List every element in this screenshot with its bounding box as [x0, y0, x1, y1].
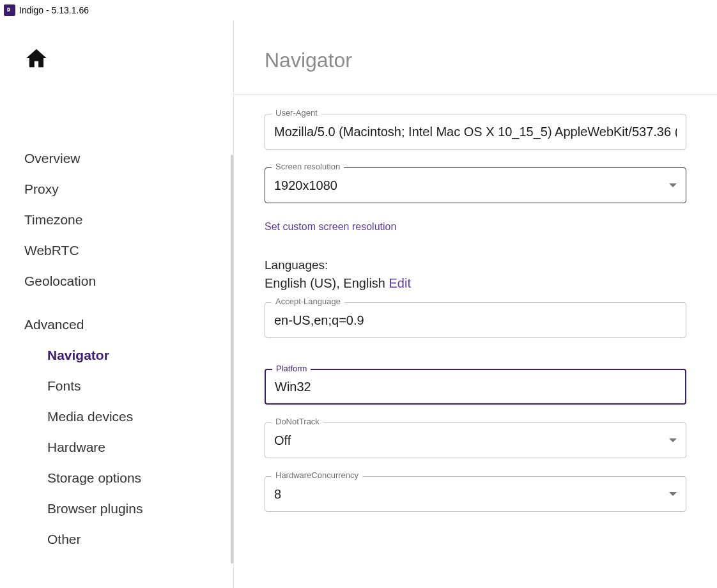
accept-language-field: Accept-Language	[265, 302, 686, 338]
user-agent-field: User-Agent	[265, 114, 686, 150]
sidebar-item-timezone[interactable]: Timezone	[24, 205, 233, 235]
sidebar-item-fonts[interactable]: Fonts	[47, 371, 233, 401]
chevron-down-icon	[669, 183, 677, 187]
hardware-concurrency-select[interactable]: 8	[274, 487, 677, 502]
sidebar-item-webrtc[interactable]: WebRTC	[24, 235, 233, 266]
sidebar-item-browser-plugins[interactable]: Browser plugins	[47, 493, 233, 524]
do-not-track-select[interactable]: Off	[274, 433, 677, 448]
sidebar-advanced-sub: Navigator Fonts Media devices Hardware S…	[24, 340, 233, 555]
platform-label: Platform	[272, 364, 311, 373]
do-not-track-value: Off	[274, 433, 291, 448]
languages-value: English (US), English	[265, 276, 385, 290]
sidebar-item-navigator[interactable]: Navigator	[47, 340, 233, 371]
main-panel: Navigator User-Agent Screen resolution 1…	[233, 20, 717, 588]
sidebar-item-overview[interactable]: Overview	[24, 143, 233, 174]
window-titlebar: Indigo - 5.13.1.66	[0, 0, 717, 20]
hardware-concurrency-value: 8	[274, 487, 281, 502]
languages-block: Languages: English (US), English Edit	[265, 258, 686, 291]
chevron-down-icon	[669, 438, 677, 442]
sidebar-spacer	[24, 297, 233, 309]
screen-resolution-field: Screen resolution 1920x1080	[265, 167, 686, 203]
sidebar-item-advanced[interactable]: Advanced	[24, 309, 233, 340]
set-custom-resolution-link[interactable]: Set custom screen resolution	[265, 221, 396, 233]
screen-resolution-value: 1920x1080	[274, 178, 337, 193]
sidebar-item-media-devices[interactable]: Media devices	[47, 401, 233, 432]
languages-edit-link[interactable]: Edit	[389, 276, 411, 290]
screen-resolution-select[interactable]: 1920x1080	[274, 178, 677, 193]
sidebar-item-other[interactable]: Other	[47, 524, 233, 555]
page-title: Navigator	[234, 49, 717, 95]
sidebar-item-geolocation[interactable]: Geolocation	[24, 266, 233, 297]
sidebar-item-storage-options[interactable]: Storage options	[47, 463, 233, 493]
chevron-down-icon	[669, 492, 677, 496]
user-agent-input[interactable]	[274, 125, 677, 139]
user-agent-label: User-Agent	[272, 108, 321, 118]
do-not-track-field: DoNotTrack Off	[265, 422, 686, 458]
app-icon	[4, 4, 15, 16]
platform-field: Platform	[265, 369, 686, 405]
hardware-concurrency-label: HardwareConcurrency	[272, 470, 362, 480]
home-icon	[24, 46, 49, 70]
form-area: User-Agent Screen resolution 1920x1080 S…	[234, 95, 717, 512]
accept-language-label: Accept-Language	[272, 297, 344, 306]
sidebar: Overview Proxy Timezone WebRTC Geolocati…	[0, 20, 233, 588]
platform-input[interactable]	[275, 380, 676, 394]
hardware-concurrency-field: HardwareConcurrency 8	[265, 476, 686, 512]
screen-resolution-label: Screen resolution	[272, 162, 344, 171]
sidebar-item-hardware[interactable]: Hardware	[47, 432, 233, 463]
do-not-track-label: DoNotTrack	[272, 417, 323, 426]
window-title: Indigo - 5.13.1.66	[19, 5, 89, 15]
home-button[interactable]	[24, 46, 233, 73]
accept-language-input[interactable]	[274, 313, 677, 328]
sidebar-nav: Overview Proxy Timezone WebRTC Geolocati…	[0, 143, 233, 555]
languages-label: Languages:	[265, 258, 686, 272]
sidebar-item-proxy[interactable]: Proxy	[24, 174, 233, 205]
